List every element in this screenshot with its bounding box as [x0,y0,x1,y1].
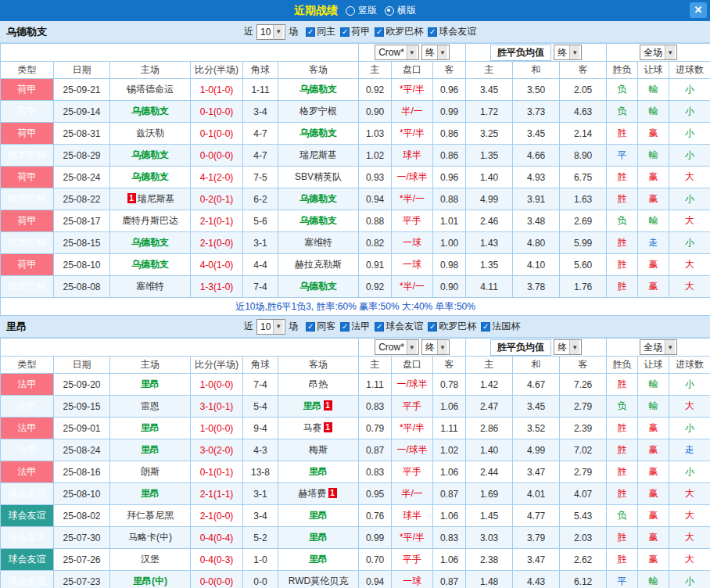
euro-home-odds-cell: 1.69 [466,483,513,505]
bookmaker-select[interactable]: Crow*▼ [375,339,419,355]
score-cell: 0-1(0-0) [191,101,243,123]
ah-away-odds-cell: 1.01 [433,210,466,232]
ah-away-odds-cell: 1.11 [433,418,466,439]
odds-stage-select[interactable]: 终▼ [421,45,450,60]
section-team-name: 里昂 [309,532,328,543]
filter-checkbox[interactable]: ✓球会友谊 [375,320,423,333]
layout-horizontal-option[interactable]: 横版 [385,4,416,17]
ah-away-odds-cell: 0.86 [433,123,466,145]
league-cell: 球会友谊 [1,549,54,571]
euro-away-odds-cell: 2.14 [560,123,607,145]
date-cell: 25-08-10 [54,254,110,276]
opponent-team-name: 朗斯 [141,466,160,477]
odds-stage-select[interactable]: 终▼ [421,339,450,355]
filter-checkbox[interactable]: ✓法国杯 [481,320,520,333]
ah-line-cell: 球半 [392,145,433,167]
league-cell: 球会友谊 [1,571,54,588]
result-handicap-cell: 輸 [638,79,669,101]
match-count-select[interactable]: 10▼ [256,319,285,335]
league-cell: 球会友谊 [1,527,54,549]
euro-draw-odds-cell: 4.01 [513,483,560,505]
result-wdl-cell: 胜 [607,188,638,210]
euro-stage-select[interactable]: 终▼ [554,339,582,355]
ah-home-odds-cell: 0.95 [359,483,392,505]
league-cell: 法甲 [1,374,54,396]
score-cell: 2-1(1-1) [191,483,243,505]
ah-line-cell: 一/球半 [392,439,433,461]
score-cell: 4-0(1-0) [191,254,243,276]
date-cell: 25-08-24 [54,167,110,188]
home-team-cell: 1瑞尼斯基 [110,188,191,210]
ah-home-odds-cell: 1.03 [359,123,392,145]
home-team-cell: 里昂 [110,483,191,505]
date-cell: 25-09-15 [54,396,110,418]
close-button[interactable]: ✕ [690,2,707,18]
radio-unchecked-icon [346,6,355,16]
result-goals-cell: 大 [669,483,710,505]
opponent-team-name: 锡塔德命运 [127,84,174,95]
match-row: 荷甲25-08-17鹿特丹斯巴达2-1(0-1)5-6乌德勒支0.88平手1.0… [1,210,710,232]
ah-away-odds-cell: 1.06 [433,461,466,483]
opponent-team-name: 汉堡 [141,554,160,565]
match-row: 荷甲25-09-21锡塔德命运1-0(1-0)1-11乌德勒支0.92*平/半0… [1,79,710,101]
corner-cell: 3-1 [243,483,278,505]
euro-away-odds-cell: 5.43 [560,505,607,527]
filter-checkbox[interactable]: ✓荷甲 [340,25,370,38]
column-header: 和 [513,357,560,374]
filter-checkbox[interactable]: ✓同客 [306,320,335,333]
range-prefix-label: 近 [244,25,253,38]
chevron-down-icon: ▼ [569,45,579,59]
score-cell: 0-1(0-0) [191,123,243,145]
column-header: 让球 [638,357,669,374]
ah-home-odds-cell: 0.79 [359,418,392,439]
score-cell: 2-1(0-1) [191,210,243,232]
scope-select[interactable]: 全场▼ [640,45,677,60]
ah-home-odds-cell: 1.11 [359,374,392,396]
filter-checkbox[interactable]: ✓欧罗巴杯 [428,320,476,333]
ah-home-odds-cell: 0.92 [359,276,392,298]
ah-home-odds-cell: 0.91 [359,254,392,276]
corner-cell: 7-4 [243,374,278,396]
ah-away-odds-cell: 0.87 [433,483,466,505]
filter-checkbox[interactable]: ✓同主 [306,25,335,38]
opponent-team-name: 赫塔费1 [299,488,339,499]
scope-select[interactable]: 全场▼ [640,339,677,355]
euro-home-odds-cell: 2.47 [466,396,513,418]
corner-cell: 5-6 [243,210,278,232]
score-cell: 1-0(0-0) [191,374,243,396]
filter-checkbox-label: 法国杯 [492,320,520,333]
corner-cell: 7-4 [243,276,278,298]
corner-cell: 1-0 [243,549,278,571]
result-goals-cell: 小 [669,461,710,483]
column-header: 盘口 [392,62,433,79]
corner-cell: 7-5 [243,167,278,188]
section-team-name: 乌德勒支 [131,106,169,117]
match-count-select[interactable]: 10▼ [256,24,285,40]
euro-stage-select[interactable]: 终▼ [554,45,582,60]
chevron-down-icon: ▼ [273,25,283,39]
column-header: 主场 [110,62,191,79]
corner-cell: 3-1 [243,232,278,254]
result-goals-cell: 大 [669,505,710,527]
euro-home-odds-cell: 3.45 [466,79,513,101]
opponent-team-name: 雷恩 [141,400,160,411]
match-row: 荷甲25-08-24乌德勒支4-1(2-0)7-5SBV精英队0.93一/球半0… [1,167,710,188]
corner-cell: 4-4 [243,254,278,276]
ah-away-odds-cell: 0.78 [433,374,466,396]
column-header: 比分(半场) [191,62,243,79]
section-team-name: 乌德勒支 [299,281,337,292]
score-cell: 0-1(0-1) [191,461,243,483]
section-filters: 近 10▼ 场 ✓同客✓法甲✓球会友谊✓欧罗巴杯✓法国杯 [244,319,520,335]
score-cell: 1-3(1-0) [191,276,243,298]
result-goals-cell: 小 [669,571,710,588]
filter-checkbox[interactable]: ✓球会友谊 [428,25,476,38]
result-goals-cell: 大 [669,254,710,276]
match-row: 法甲25-08-16朗斯0-1(0-1)13-8里昂0.83平手1.062.44… [1,461,710,483]
bookmaker-select[interactable]: Crow*▼ [375,45,419,60]
column-header: 主 [466,357,513,374]
filter-checkbox[interactable]: ✓欧罗巴杯 [375,25,423,38]
filter-checkbox[interactable]: ✓法甲 [340,320,370,333]
match-row: 欧罗巴杯25-08-29乌德勒支0-0(0-0)4-7瑞尼斯基1.02球半0.8… [1,145,710,167]
column-header: 主 [466,62,513,79]
layout-vertical-option[interactable]: 竖版 [346,4,377,17]
